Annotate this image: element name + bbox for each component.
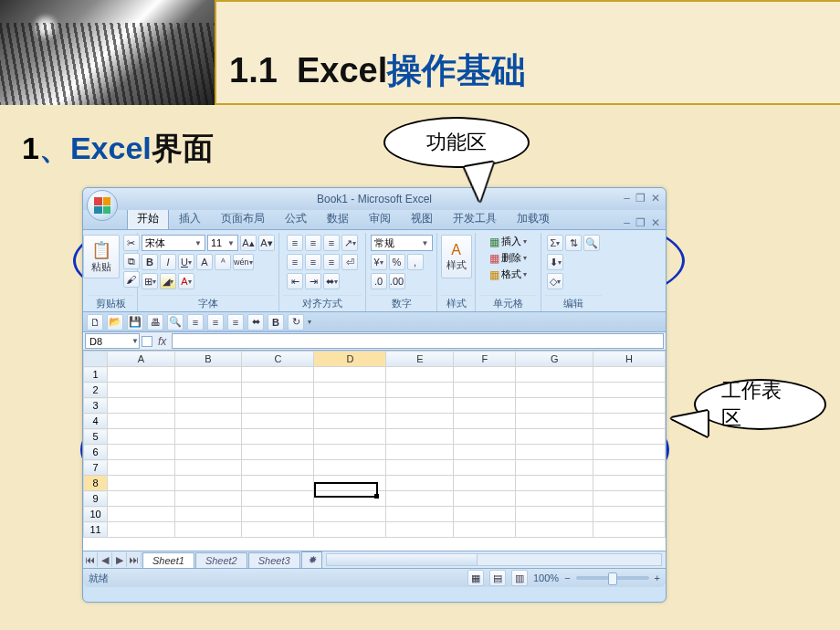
delete-cell-button[interactable]: 删除 bbox=[501, 251, 521, 265]
shrink-font-button-2[interactable]: ᴬ bbox=[215, 254, 231, 270]
comma-button[interactable]: , bbox=[407, 254, 424, 270]
format-cell-button[interactable]: 格式 bbox=[501, 268, 521, 281]
col-header-d[interactable]: D bbox=[314, 352, 386, 367]
col-header-a[interactable]: A bbox=[108, 352, 175, 367]
col-header-g[interactable]: G bbox=[516, 352, 593, 367]
row-header[interactable]: 1 bbox=[84, 367, 108, 383]
tab-addins[interactable]: 加载项 bbox=[507, 207, 560, 229]
shrink-font-button[interactable]: A▾ bbox=[258, 235, 275, 251]
increase-decimal-button[interactable]: .0 bbox=[371, 273, 387, 289]
align-bottom-button[interactable]: ≡ bbox=[323, 235, 340, 251]
row-header[interactable]: 2 bbox=[84, 383, 108, 398]
font-size-select[interactable]: 11▼ bbox=[207, 235, 238, 251]
doc-minimize-button[interactable]: – bbox=[624, 216, 630, 229]
align-right-button[interactable]: ≡ bbox=[323, 254, 340, 270]
fill-color-button[interactable]: ◢▾ bbox=[160, 273, 176, 289]
cut-button[interactable]: ✂ bbox=[123, 235, 140, 251]
horizontal-scrollbar[interactable] bbox=[326, 553, 662, 566]
orientation-button[interactable]: ↗▾ bbox=[341, 235, 358, 251]
bold-button[interactable]: B bbox=[142, 254, 158, 270]
tab-home[interactable]: 开始 bbox=[127, 207, 169, 229]
qat-redo-button[interactable]: ↻ bbox=[288, 314, 304, 331]
sheet-tab-1[interactable]: Sheet1 bbox=[142, 552, 194, 568]
autosum-button[interactable]: Σ▾ bbox=[547, 235, 563, 251]
number-format-select[interactable]: 常规▼ bbox=[371, 235, 433, 251]
formula-bar[interactable] bbox=[172, 333, 664, 349]
office-button[interactable] bbox=[87, 190, 118, 221]
qat-align-center-button[interactable]: ≡ bbox=[207, 314, 224, 331]
grow-font-button-2[interactable]: A bbox=[196, 254, 213, 270]
col-header-f[interactable]: F bbox=[454, 352, 516, 367]
border-button[interactable]: ⊞▾ bbox=[142, 273, 158, 289]
row-header[interactable]: 5 bbox=[84, 429, 108, 445]
font-color-button[interactable]: A▾ bbox=[178, 273, 194, 289]
tab-review[interactable]: 审阅 bbox=[359, 207, 401, 229]
col-header-b[interactable]: B bbox=[174, 352, 242, 367]
qat-open-button[interactable]: 📂 bbox=[107, 314, 123, 331]
col-header-e[interactable]: E bbox=[386, 352, 454, 367]
sheet-tab-3[interactable]: Sheet3 bbox=[248, 552, 300, 568]
name-box[interactable]: D8▼ bbox=[85, 333, 140, 349]
row-header[interactable]: 8 bbox=[84, 476, 108, 491]
tab-layout[interactable]: 页面布局 bbox=[211, 207, 275, 229]
row-header[interactable]: 11 bbox=[84, 522, 108, 538]
underline-button[interactable]: U▾ bbox=[178, 254, 194, 270]
find-button[interactable]: 🔍 bbox=[583, 235, 600, 251]
qat-bold-button[interactable]: B bbox=[268, 314, 284, 331]
worksheet-area[interactable]: A B C D E F G H 1 2 3 4 5 6 7 8 9 10 11 bbox=[83, 351, 666, 551]
fx-button[interactable]: fx bbox=[152, 335, 172, 348]
sheet-nav-next[interactable]: ▶ bbox=[112, 552, 127, 567]
row-header[interactable]: 3 bbox=[84, 398, 108, 414]
cancel-button[interactable] bbox=[142, 336, 152, 347]
row-header[interactable]: 9 bbox=[84, 491, 108, 507]
decrease-decimal-button[interactable]: .00 bbox=[389, 273, 405, 289]
restore-button[interactable]: ❐ bbox=[635, 192, 646, 205]
phonetic-button[interactable]: wén▾ bbox=[233, 254, 254, 270]
zoom-in-button[interactable]: + bbox=[655, 572, 660, 583]
increase-indent-button[interactable]: ⇥ bbox=[305, 273, 321, 289]
merge-button[interactable]: ⬌▾ bbox=[323, 273, 340, 289]
zoom-value[interactable]: 100% bbox=[533, 572, 559, 583]
titlebar[interactable]: Book1 - Microsoft Excel – ❐ ✕ bbox=[83, 188, 666, 210]
sort-filter-button[interactable]: ⇅ bbox=[565, 235, 582, 251]
fill-button[interactable]: ⬇▾ bbox=[547, 254, 563, 270]
align-top-button[interactable]: ≡ bbox=[287, 235, 303, 251]
doc-restore-button[interactable]: ❐ bbox=[635, 216, 646, 229]
row-header[interactable]: 10 bbox=[84, 507, 108, 522]
zoom-out-button[interactable]: − bbox=[564, 572, 570, 583]
zoom-slider[interactable] bbox=[576, 576, 649, 580]
align-middle-button[interactable]: ≡ bbox=[305, 235, 321, 251]
styles-button[interactable]: A 样式 bbox=[441, 235, 472, 278]
tab-developer[interactable]: 开发工具 bbox=[443, 207, 507, 229]
copy-button[interactable]: ⧉ bbox=[123, 253, 140, 269]
tab-insert[interactable]: 插入 bbox=[169, 207, 211, 229]
grid[interactable]: A B C D E F G H 1 2 3 4 5 6 7 8 9 10 11 bbox=[83, 351, 666, 538]
qat-align-left-button[interactable]: ≡ bbox=[187, 314, 204, 331]
row-header[interactable]: 6 bbox=[84, 445, 108, 460]
italic-button[interactable]: I bbox=[160, 254, 176, 270]
tab-view[interactable]: 视图 bbox=[401, 207, 443, 229]
sheet-nav-first[interactable]: ⏮ bbox=[83, 552, 98, 567]
row-header[interactable]: 4 bbox=[84, 414, 108, 429]
wrap-text-button[interactable]: ⏎ bbox=[341, 254, 358, 270]
qat-align-right-button[interactable]: ≡ bbox=[227, 314, 244, 331]
decrease-indent-button[interactable]: ⇤ bbox=[287, 273, 303, 289]
tab-formulas[interactable]: 公式 bbox=[275, 207, 317, 229]
view-pagebreak-button[interactable]: ▥ bbox=[511, 570, 528, 586]
qat-save-button[interactable]: 💾 bbox=[127, 314, 143, 331]
col-header-h[interactable]: H bbox=[593, 352, 665, 367]
select-all-corner[interactable] bbox=[84, 352, 108, 367]
align-left-button[interactable]: ≡ bbox=[287, 254, 303, 270]
doc-close-button[interactable]: ✕ bbox=[651, 216, 660, 229]
tab-data[interactable]: 数据 bbox=[317, 207, 359, 229]
align-center-button[interactable]: ≡ bbox=[305, 254, 321, 270]
col-header-c[interactable]: C bbox=[242, 352, 314, 367]
qat-new-button[interactable]: 🗋 bbox=[87, 314, 103, 331]
sheet-nav-last[interactable]: ⏭ bbox=[127, 552, 142, 567]
paste-button[interactable]: 📋 粘贴 bbox=[83, 235, 120, 278]
row-header[interactable]: 7 bbox=[84, 460, 108, 476]
close-button[interactable]: ✕ bbox=[651, 192, 660, 205]
view-layout-button[interactable]: ▤ bbox=[489, 570, 506, 586]
qat-merge-button[interactable]: ⬌ bbox=[247, 314, 264, 331]
font-family-select[interactable]: 宋体▼ bbox=[142, 235, 205, 251]
